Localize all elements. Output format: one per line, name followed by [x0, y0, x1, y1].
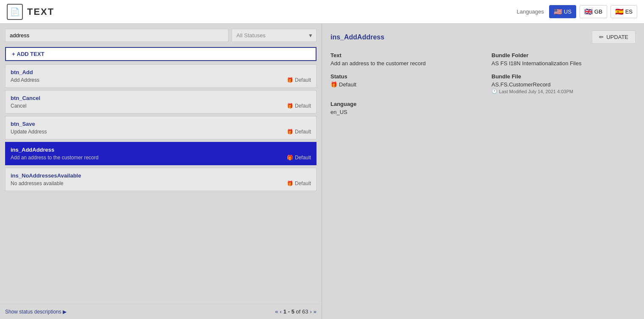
- right-panel: ins_AddAddress ✏ UPDATE Text Add an addr…: [322, 24, 644, 319]
- list-item-name: btn_Save: [11, 121, 311, 127]
- detail-header: ins_AddAddress ✏ UPDATE: [330, 31, 636, 44]
- app-icon: 📄: [7, 4, 23, 20]
- us-lang-label: US: [564, 8, 572, 15]
- status-label: Default: [295, 129, 311, 135]
- status-icon: 🎁: [287, 77, 293, 83]
- status-dropdown-wrapper: All Statuses ▼: [232, 29, 316, 42]
- language-section: Languages 🇺🇸 US 🇬🇧 GB 🇪🇸 ES: [516, 5, 637, 18]
- bundle-file-label: Bundle File: [491, 73, 636, 80]
- status-icon: 🎁: [287, 180, 293, 186]
- list-item-row: No addresses available 🎁 Default: [11, 180, 311, 186]
- pagination-next[interactable]: ›: [310, 308, 311, 315]
- add-text-button[interactable]: + ADD TEXT: [5, 47, 316, 61]
- list-item-text: Cancel: [11, 103, 26, 109]
- status-label: Default: [295, 77, 311, 83]
- detail-grid: Text Add an address to the customer reco…: [330, 52, 636, 115]
- status-label: Default: [295, 180, 311, 186]
- lang-gb-button[interactable]: 🇬🇧 GB: [580, 5, 607, 18]
- left-footer: Show status descriptions ▶ « ‹ 1 - 5 of …: [0, 304, 322, 319]
- detail-bundle-file-section: Bundle File AS.FS.CustomerRecord 🕐 Last …: [491, 73, 636, 94]
- status-icon: 🎁: [287, 155, 293, 161]
- list-item-row: Cancel 🎁 Default: [11, 103, 311, 109]
- list-item-status: 🎁 Default: [287, 180, 311, 186]
- status-value-text: Default: [339, 81, 356, 88]
- pagination-prev[interactable]: ‹: [280, 308, 282, 315]
- bundle-folder-value: AS FS I18N Internationalization Files: [491, 60, 636, 67]
- last-modified-text: Last Modified July 14, 2021 4:03PM: [499, 89, 573, 94]
- last-modified: 🕐 Last Modified July 14, 2021 4:03PM: [491, 89, 636, 94]
- list-item-status: 🎁 Default: [287, 103, 311, 109]
- pagination-last[interactable]: »: [314, 308, 316, 315]
- es-lang-label: ES: [625, 8, 633, 15]
- show-status-link[interactable]: Show status descriptions ▶: [5, 309, 67, 315]
- list-item-text: Update Address: [11, 129, 47, 135]
- pencil-icon: ✏: [599, 34, 604, 40]
- list-item-status: 🎁 Default: [287, 155, 311, 161]
- list-item-name: ins_AddAddress: [11, 147, 311, 153]
- list-item-row: Add an address to the customer record 🎁 …: [11, 155, 311, 161]
- list-item[interactable]: btn_Add Add Address 🎁 Default: [5, 64, 316, 88]
- text-value: Add an address to the customer record: [330, 60, 475, 67]
- detail-status-section: Status 🎁 Default: [330, 73, 475, 94]
- add-text-label: ADD TEXT: [17, 51, 44, 57]
- list-item-name: ins_NoAddressesAvailable: [11, 172, 311, 179]
- app-title: TEXT: [27, 6, 516, 17]
- clock-icon: 🕐: [491, 89, 497, 94]
- main-layout: All Statuses ▼ + ADD TEXT btn_Add Add Ad…: [0, 24, 644, 319]
- status-dropdown[interactable]: All Statuses: [232, 29, 316, 42]
- list-item-text: Add Address: [11, 77, 39, 83]
- bundle-folder-label: Bundle Folder: [491, 52, 636, 58]
- pagination: « ‹ 1 - 5 of 63 › »: [275, 308, 316, 315]
- pagination-of: of: [296, 308, 302, 315]
- status-gift-icon: 🎁: [330, 81, 337, 88]
- status-value: 🎁 Default: [330, 81, 475, 88]
- detail-language-section: Language en_US: [330, 101, 475, 115]
- gb-flag-icon: 🇬🇧: [584, 8, 593, 16]
- status-label: Default: [295, 155, 311, 161]
- document-icon: 📄: [10, 7, 19, 17]
- us-flag-icon: 🇺🇸: [554, 8, 562, 16]
- update-button[interactable]: ✏ UPDATE: [592, 31, 636, 44]
- text-label: Text: [330, 52, 475, 58]
- list-item-text: Add an address to the customer record: [11, 155, 98, 161]
- pagination-range: 1 - 5 of 63: [283, 308, 308, 315]
- language-label: Language: [330, 101, 475, 107]
- es-flag-icon: 🇪🇸: [615, 8, 624, 16]
- status-label: Default: [295, 103, 311, 109]
- search-bar: All Statuses ▼: [0, 24, 322, 45]
- status-icon: 🎁: [287, 129, 293, 135]
- left-panel: All Statuses ▼ + ADD TEXT btn_Add Add Ad…: [0, 24, 322, 319]
- add-text-plus-icon: +: [12, 51, 15, 57]
- show-status-label: Show status descriptions: [5, 309, 61, 315]
- list-item-name: btn_Cancel: [11, 95, 311, 101]
- gb-lang-label: GB: [594, 8, 602, 15]
- list-item[interactable]: ins_NoAddressesAvailable No addresses av…: [5, 168, 316, 191]
- status-icon: 🎁: [287, 103, 293, 109]
- list-item-status: 🎁 Default: [287, 129, 311, 135]
- list-item[interactable]: btn_Save Update Address 🎁 Default: [5, 116, 316, 139]
- pagination-total: 63: [302, 308, 308, 315]
- lang-us-button[interactable]: 🇺🇸 US: [549, 5, 576, 18]
- lang-es-button[interactable]: 🇪🇸 ES: [611, 5, 637, 18]
- list-item-text: No addresses available: [11, 180, 64, 186]
- bundle-file-value: AS.FS.CustomerRecord: [491, 81, 636, 88]
- pagination-first[interactable]: «: [275, 308, 278, 315]
- detail-bundle-folder-section: Bundle Folder AS FS I18N Internationaliz…: [491, 52, 636, 67]
- list-item-status: 🎁 Default: [287, 77, 311, 83]
- list-item-row: Add Address 🎁 Default: [11, 77, 311, 83]
- status-label: Status: [330, 73, 475, 80]
- list-item-row: Update Address 🎁 Default: [11, 129, 311, 135]
- detail-title: ins_AddAddress: [330, 33, 384, 41]
- detail-text-section: Text Add an address to the customer reco…: [330, 52, 475, 67]
- languages-label: Languages: [516, 8, 544, 15]
- list-item-name: btn_Add: [11, 69, 311, 75]
- header: 📄 TEXT Languages 🇺🇸 US 🇬🇧 GB 🇪🇸 ES: [0, 0, 644, 24]
- search-input[interactable]: [5, 29, 228, 42]
- chevron-right-icon: ▶: [63, 309, 67, 315]
- text-list: btn_Add Add Address 🎁 Default btn_Cancel…: [0, 64, 322, 304]
- list-item-selected[interactable]: ins_AddAddress Add an address to the cus…: [5, 142, 316, 165]
- update-label: UPDATE: [606, 34, 628, 40]
- list-item[interactable]: btn_Cancel Cancel 🎁 Default: [5, 90, 316, 114]
- language-value: en_US: [330, 109, 475, 115]
- pagination-range-text: 1 - 5: [283, 308, 294, 315]
